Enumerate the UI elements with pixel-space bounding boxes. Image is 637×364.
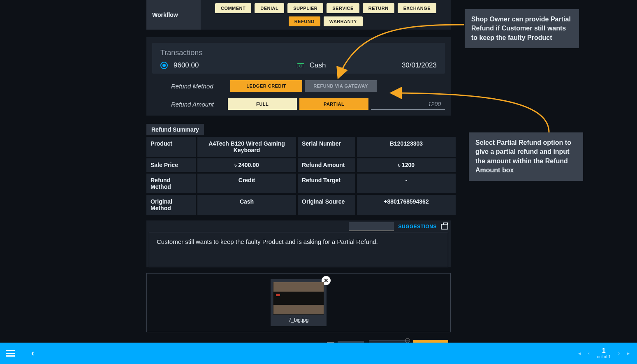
transaction-method: Cash <box>297 61 402 70</box>
refund-summary-title: Refund Summary <box>146 124 204 135</box>
current-page: 1 <box>597 348 611 354</box>
workflow-pill-exchange[interactable]: EXCHANGE <box>398 3 436 13</box>
transactions-box: Transactions 9600.00 Cash 30/01/2023 <box>152 43 445 74</box>
attachment-filename: 7_big.jpg <box>273 317 324 323</box>
prev-page-icon[interactable]: ◂ <box>578 350 581 356</box>
workflow-pill-comment[interactable]: COMMENT <box>215 3 251 13</box>
workflow-pill-denial[interactable]: DENIAL <box>255 3 284 13</box>
next-page-icon[interactable]: › <box>618 350 620 356</box>
full-refund-button[interactable]: FULL <box>228 98 297 110</box>
cash-icon <box>297 63 304 68</box>
prev-page-icon-2[interactable]: ‹ <box>588 350 590 356</box>
attachment-image <box>273 282 324 315</box>
summary-key: Sale Price <box>146 158 196 172</box>
notes-section: SUGGESTIONS Customer still wants to keep… <box>146 220 451 267</box>
workflow-pill-return[interactable]: RETURN <box>363 3 394 13</box>
summary-value: A4Tech B120 Wired Gaming Keyboard <box>197 137 296 157</box>
transactions-panel: Transactions 9600.00 Cash 30/01/2023 Ref… <box>146 37 451 116</box>
workflow-pill-refund[interactable]: REFUND <box>289 16 320 26</box>
workflow-pill-warranty[interactable]: WARRANTY <box>324 16 363 26</box>
viewer-bottom-bar: ‹ ◂ ‹ 1 out of 1 › ▸ <box>0 343 637 364</box>
summary-key: Refund Amount <box>298 158 355 172</box>
transaction-date: 30/01/2023 <box>402 61 437 70</box>
summary-value: Cash <box>197 195 296 215</box>
print-icon[interactable] <box>441 224 448 230</box>
partial-refund-button[interactable]: PARTIAL <box>299 98 368 110</box>
notes-textarea[interactable]: Customer still wants to keep the faulty … <box>149 232 448 267</box>
refund-method-label: Refund Method <box>152 83 230 90</box>
summary-value: +8801768594362 <box>357 195 456 215</box>
transaction-method-text: Cash <box>310 61 326 69</box>
menu-icon[interactable] <box>6 348 15 358</box>
summary-value: B120123303 <box>357 137 456 157</box>
transaction-amount: 9600.00 <box>174 61 297 70</box>
summary-value: Credit <box>197 174 296 193</box>
back-icon[interactable]: ‹ <box>31 348 34 359</box>
refund-amount-label: Refund Amount <box>152 101 228 108</box>
workflow-label: Workflow <box>146 0 201 30</box>
summary-key: Product <box>146 137 196 157</box>
transaction-radio[interactable] <box>160 62 168 69</box>
callout-top: Shop Owner can provide Partial Refund if… <box>465 9 579 48</box>
page-indicator: 1 out of 1 <box>597 348 611 359</box>
summary-value: ৳ 2400.00 <box>197 158 296 172</box>
summary-value: ৳ 1200 <box>357 158 456 172</box>
workflow-pill-service[interactable]: SERVICE <box>327 3 359 13</box>
page-total: out of 1 <box>597 355 611 359</box>
ledger-credit-button[interactable]: LEDGER CREDIT <box>230 80 302 92</box>
attachment-thumb[interactable]: ✕ 7_big.jpg <box>271 279 327 326</box>
summary-key: Refund Method <box>146 174 196 193</box>
summary-value: - <box>357 174 456 193</box>
notes-meta-input[interactable] <box>349 222 394 231</box>
workflow-pills: COMMENTDENIALSUPPLIERSERVICERETURNEXCHAN… <box>201 0 451 30</box>
summary-key: Serial Number <box>298 137 355 157</box>
summary-key: Original Source <box>298 195 355 215</box>
summary-key: Refund Target <box>298 174 355 193</box>
callout-bottom: Select Partial Refund option to give a p… <box>469 132 583 181</box>
workflow-header: Workflow COMMENTDENIALSUPPLIERSERVICERET… <box>146 0 451 30</box>
summary-key: Original Method <box>146 195 196 215</box>
refund-via-gateway-button[interactable]: REFUND VIA GATEWAY <box>305 80 377 92</box>
refund-summary-table: ProductA4Tech B120 Wired Gaming Keyboard… <box>146 137 451 215</box>
refund-amount-input[interactable] <box>371 98 445 110</box>
transactions-title: Transactions <box>160 49 437 57</box>
next-page-icon-2[interactable]: ▸ <box>627 350 630 356</box>
workflow-pill-supplier[interactable]: SUPPLIER <box>287 3 323 13</box>
suggestions-link[interactable]: SUGGESTIONS <box>398 224 437 230</box>
attachment-area: ✕ 7_big.jpg <box>146 273 451 332</box>
